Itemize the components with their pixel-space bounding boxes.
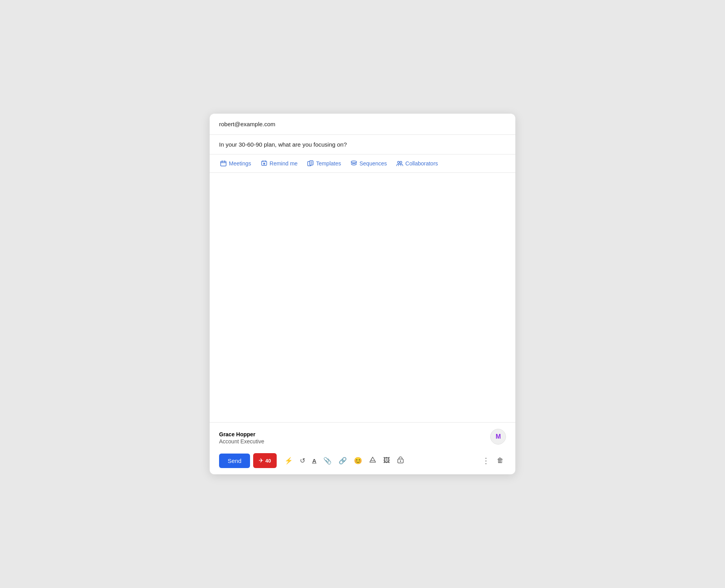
emoji-icon: 😊 (354, 457, 362, 465)
collaborators-label: Collaborators (405, 160, 438, 167)
email-body[interactable] (210, 173, 515, 422)
meetings-icon (220, 160, 227, 167)
send-label: Send (228, 457, 241, 464)
schedule-send-icon (397, 456, 404, 465)
more-options-button[interactable]: ⋮ (480, 454, 492, 467)
link-icon: 🔗 (339, 457, 347, 465)
undo-button[interactable]: ↺ (297, 454, 308, 467)
subject-row: In your 30-60-90 plan, what are you focu… (210, 135, 515, 154)
schedule-send-button[interactable] (395, 454, 406, 468)
signature-title: Account Executive (219, 438, 264, 445)
remind-me-button[interactable]: Remind me (260, 158, 299, 169)
templates-icon (307, 160, 314, 167)
svg-marker-18 (370, 457, 376, 462)
svg-point-15 (351, 161, 357, 163)
emoji-button[interactable]: 😊 (352, 454, 364, 467)
sequences-button[interactable]: Sequences (350, 158, 388, 169)
delete-button[interactable]: 🗑 (495, 454, 506, 467)
attachment-button[interactable]: 📎 (321, 454, 334, 467)
drive-button[interactable] (367, 454, 379, 468)
to-row: robert@example.com (210, 114, 515, 135)
sequences-label: Sequences (359, 160, 387, 167)
meetings-button[interactable]: Meetings (219, 158, 252, 169)
signature-name: Grace Hopper (219, 431, 264, 437)
templates-label: Templates (316, 160, 341, 167)
send-tracked-button[interactable]: ✈ 40 (253, 453, 276, 468)
signature-block: Grace Hopper Account Executive (219, 431, 264, 445)
toolbar-row: Meetings Remind me (210, 154, 515, 173)
link-button[interactable]: 🔗 (336, 454, 349, 467)
attachment-icon: 📎 (323, 457, 332, 465)
bottom-toolbar: Send ✈ 40 ⚡ ↺ A 📎 🔗 😊 (210, 448, 515, 474)
lightning-icon: ⚡ (285, 457, 293, 465)
trash-icon: 🗑 (497, 457, 504, 465)
svg-point-17 (400, 162, 402, 163)
more-options-icon: ⋮ (482, 457, 490, 465)
svg-point-16 (398, 162, 400, 163)
drive-icon (369, 456, 376, 465)
signature-area: Grace Hopper Account Executive M (210, 422, 515, 448)
image-button[interactable]: 🖼 (381, 454, 392, 467)
font-icon: A (312, 457, 317, 464)
lightning-button[interactable]: ⚡ (282, 454, 295, 467)
svg-rect-0 (221, 162, 226, 166)
mixmax-avatar[interactable]: M (490, 429, 506, 445)
templates-button[interactable]: Templates (306, 158, 342, 169)
undo-icon: ↺ (300, 457, 305, 465)
font-button[interactable]: A (310, 455, 319, 466)
svg-line-19 (371, 457, 373, 461)
avatar-label: M (496, 433, 500, 440)
sequences-icon (350, 160, 357, 167)
collaborators-button[interactable]: Collaborators (395, 158, 439, 169)
send-button[interactable]: Send (219, 454, 250, 468)
to-address: robert@example.com (219, 121, 276, 127)
svg-line-9 (264, 164, 265, 164)
meetings-label: Meetings (229, 160, 251, 167)
send-tracked-icon: ✈ (259, 457, 264, 464)
remind-me-label: Remind me (270, 160, 298, 167)
tracking-count: 40 (265, 458, 271, 464)
collaborators-icon (396, 160, 403, 167)
image-icon: 🖼 (383, 457, 390, 465)
remind-me-icon (261, 160, 268, 167)
compose-window: robert@example.com In your 30-60-90 plan… (210, 114, 515, 474)
subject-text: In your 30-60-90 plan, what are you focu… (219, 141, 347, 148)
